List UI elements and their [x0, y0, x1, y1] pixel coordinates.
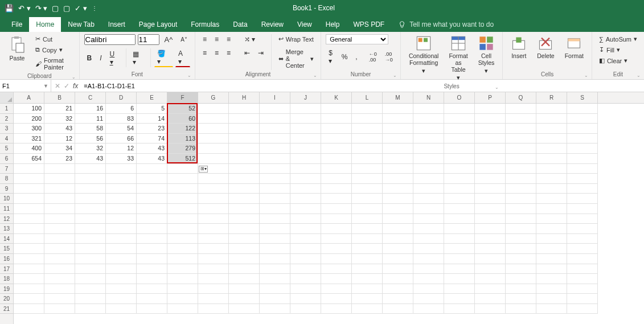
cell-H21[interactable]	[229, 304, 260, 314]
cell-A4[interactable]: 321	[14, 134, 44, 144]
cell-D14[interactable]	[106, 234, 137, 244]
cell-K19[interactable]	[321, 284, 352, 294]
tab-help[interactable]: Help	[319, 17, 347, 32]
cell-F2[interactable]: 60	[167, 114, 198, 124]
cell-D9[interactable]	[106, 184, 137, 194]
cell-G5[interactable]	[198, 143, 229, 154]
cell-N13[interactable]	[413, 224, 444, 234]
cell-B10[interactable]	[44, 194, 75, 204]
cell-F21[interactable]	[167, 304, 198, 314]
bold-button[interactable]: B	[84, 53, 95, 63]
cell-L4[interactable]	[352, 134, 383, 144]
cell-R6[interactable]	[536, 154, 567, 164]
cell-B19[interactable]	[44, 284, 75, 294]
cell-J3[interactable]	[290, 124, 321, 134]
row-header-11[interactable]: 11	[0, 204, 13, 214]
cell-O15[interactable]	[444, 244, 475, 254]
cell-G2[interactable]	[198, 114, 229, 124]
cell-L14[interactable]	[352, 234, 383, 244]
cell-C9[interactable]	[75, 184, 106, 194]
cell-D1[interactable]: 6	[106, 104, 137, 114]
cell-S18[interactable]	[567, 274, 598, 284]
select-all-button[interactable]	[0, 92, 13, 104]
cell-F18[interactable]	[167, 274, 198, 284]
grow-font-button[interactable]: A^	[162, 34, 176, 45]
cell-E11[interactable]	[137, 204, 167, 214]
clear-button[interactable]: ◧Clear ▾	[597, 56, 630, 65]
cell-I1[interactable]	[260, 104, 290, 114]
cell-I2[interactable]	[260, 114, 290, 124]
cell-F5[interactable]: 279	[167, 143, 198, 154]
cell-E5[interactable]: 43	[137, 143, 167, 154]
cell-N14[interactable]	[413, 234, 444, 244]
cell-N8[interactable]	[413, 174, 444, 184]
paste-button[interactable]: Paste	[5, 34, 30, 63]
cell-D20[interactable]	[106, 294, 137, 304]
cell-B1[interactable]: 21	[44, 104, 75, 114]
cell-C3[interactable]: 58	[75, 124, 106, 134]
column-header-M[interactable]: M	[383, 92, 413, 103]
cell-K12[interactable]	[321, 214, 352, 224]
cell-E3[interactable]: 23	[137, 124, 167, 134]
cell-B21[interactable]	[44, 304, 75, 314]
cell-Q15[interactable]	[506, 244, 536, 254]
cell-I4[interactable]	[260, 134, 290, 144]
cell-Q4[interactable]	[506, 134, 536, 144]
cell-Q8[interactable]	[506, 174, 536, 184]
borders-button[interactable]: ▦ ▾	[130, 49, 147, 67]
cell-Q6[interactable]	[506, 154, 536, 164]
cell-P21[interactable]	[475, 304, 506, 314]
cell-E4[interactable]: 74	[137, 134, 167, 144]
cell-Q9[interactable]	[506, 184, 536, 194]
cell-G1[interactable]	[198, 104, 229, 114]
cell-B8[interactable]	[44, 174, 75, 184]
cell-F19[interactable]	[167, 284, 198, 294]
cell-R16[interactable]	[536, 254, 567, 264]
cell-S5[interactable]	[567, 143, 598, 154]
cell-A14[interactable]	[14, 234, 44, 244]
cell-N18[interactable]	[413, 274, 444, 284]
tab-data[interactable]: Data	[226, 17, 254, 32]
cell-M13[interactable]	[383, 224, 413, 234]
row-header-13[interactable]: 13	[0, 224, 13, 234]
cell-A3[interactable]: 300	[14, 124, 44, 134]
cell-L1[interactable]	[352, 104, 383, 114]
cell-G20[interactable]	[198, 294, 229, 304]
cell-F16[interactable]	[167, 254, 198, 264]
cell-Q21[interactable]	[506, 304, 536, 314]
row-header-19[interactable]: 19	[0, 284, 13, 294]
cell-R14[interactable]	[536, 234, 567, 244]
cell-M20[interactable]	[383, 294, 413, 304]
cell-P10[interactable]	[475, 194, 506, 204]
cell-J12[interactable]	[290, 214, 321, 224]
cell-M4[interactable]	[383, 134, 413, 144]
cell-H5[interactable]	[229, 143, 260, 154]
cell-S14[interactable]	[567, 234, 598, 244]
cell-F11[interactable]	[167, 204, 198, 214]
cell-F4[interactable]: 113	[167, 134, 198, 144]
cell-E7[interactable]	[137, 164, 167, 174]
row-header-2[interactable]: 2	[0, 114, 13, 124]
cell-I16[interactable]	[260, 254, 290, 264]
qat-icon-1[interactable]: ▢	[52, 4, 59, 13]
cell-R9[interactable]	[536, 184, 567, 194]
cell-I17[interactable]	[260, 264, 290, 274]
cell-L9[interactable]	[352, 184, 383, 194]
cell-N2[interactable]	[413, 114, 444, 124]
cell-I14[interactable]	[260, 234, 290, 244]
cell-O4[interactable]	[444, 134, 475, 144]
cell-K4[interactable]	[321, 134, 352, 144]
name-box[interactable]: ▼	[0, 80, 51, 92]
cell-P12[interactable]	[475, 214, 506, 224]
cell-E15[interactable]	[137, 244, 167, 254]
cell-K15[interactable]	[321, 244, 352, 254]
cell-R5[interactable]	[536, 143, 567, 154]
cell-N16[interactable]	[413, 254, 444, 264]
cell-F13[interactable]	[167, 224, 198, 234]
cell-O21[interactable]	[444, 304, 475, 314]
cell-R3[interactable]	[536, 124, 567, 134]
cell-G18[interactable]	[198, 274, 229, 284]
cell-Q7[interactable]	[506, 164, 536, 174]
format-painter-button[interactable]: 🖌Format Painter	[33, 56, 75, 72]
cell-S10[interactable]	[567, 194, 598, 204]
